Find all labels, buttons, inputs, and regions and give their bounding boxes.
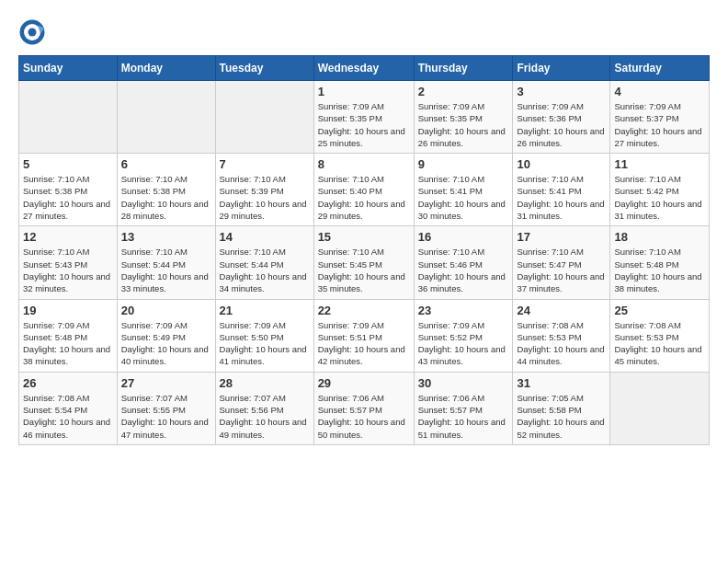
day-info: Sunrise: 7:10 AMSunset: 5:46 PMDaylight:… [418,246,509,294]
calendar-cell: 8Sunrise: 7:10 AMSunset: 5:40 PMDaylight… [313,154,414,226]
weekday-header-tuesday: Tuesday [215,56,313,81]
day-number: 29 [318,376,410,390]
day-info: Sunrise: 7:08 AMSunset: 5:53 PMDaylight:… [517,319,606,368]
calendar-cell: 25Sunrise: 7:08 AMSunset: 5:53 PMDayligh… [610,299,710,372]
calendar-cell: 14Sunrise: 7:10 AMSunset: 5:44 PMDayligh… [215,226,313,299]
day-info: Sunrise: 7:09 AMSunset: 5:50 PMDaylight:… [220,319,310,368]
day-number: 31 [517,376,606,390]
day-number: 5 [23,157,113,171]
calendar-cell: 18Sunrise: 7:10 AMSunset: 5:48 PMDayligh… [610,226,710,299]
calendar-cell: 26Sunrise: 7:08 AMSunset: 5:54 PMDayligh… [19,372,118,444]
day-info: Sunrise: 7:05 AMSunset: 5:58 PMDaylight:… [517,392,606,441]
day-number: 12 [23,230,113,244]
day-info: Sunrise: 7:10 AMSunset: 5:42 PMDaylight:… [614,173,705,222]
calendar-week-4: 19Sunrise: 7:09 AMSunset: 5:48 PMDayligh… [19,299,710,372]
calendar-cell [19,81,118,154]
calendar-cell: 29Sunrise: 7:06 AMSunset: 5:57 PMDayligh… [313,372,414,444]
calendar-cell: 31Sunrise: 7:05 AMSunset: 5:58 PMDayligh… [513,372,610,444]
calendar-cell: 15Sunrise: 7:10 AMSunset: 5:45 PMDayligh… [313,226,414,299]
day-info: Sunrise: 7:06 AMSunset: 5:57 PMDaylight:… [318,392,410,441]
day-number: 15 [318,230,410,244]
weekday-header-monday: Monday [117,56,215,81]
day-number: 6 [121,157,211,171]
calendar-cell: 22Sunrise: 7:09 AMSunset: 5:51 PMDayligh… [313,299,414,372]
calendar-cell: 21Sunrise: 7:09 AMSunset: 5:50 PMDayligh… [215,299,313,372]
calendar-cell: 27Sunrise: 7:07 AMSunset: 5:55 PMDayligh… [117,372,215,444]
logo-icon [18,18,46,46]
day-number: 24 [517,304,606,317]
day-info: Sunrise: 7:10 AMSunset: 5:38 PMDaylight:… [23,173,113,222]
day-info: Sunrise: 7:10 AMSunset: 5:41 PMDaylight:… [517,173,606,222]
day-number: 17 [517,230,606,244]
day-number: 26 [23,376,113,390]
calendar-cell: 23Sunrise: 7:09 AMSunset: 5:52 PMDayligh… [414,299,513,372]
calendar-cell: 3Sunrise: 7:09 AMSunset: 5:36 PMDaylight… [513,81,610,154]
page-header [18,18,710,46]
day-info: Sunrise: 7:10 AMSunset: 5:41 PMDaylight:… [418,173,509,222]
day-info: Sunrise: 7:09 AMSunset: 5:51 PMDaylight:… [318,319,410,368]
day-info: Sunrise: 7:09 AMSunset: 5:37 PMDaylight:… [614,100,705,149]
svg-point-2 [28,29,37,37]
day-info: Sunrise: 7:10 AMSunset: 5:44 PMDaylight:… [220,246,310,294]
weekday-header-friday: Friday [513,56,610,81]
calendar-cell: 13Sunrise: 7:10 AMSunset: 5:44 PMDayligh… [117,226,215,299]
day-number: 4 [614,85,705,98]
day-info: Sunrise: 7:10 AMSunset: 5:40 PMDaylight:… [318,173,410,222]
day-number: 7 [220,157,310,171]
calendar-cell: 28Sunrise: 7:07 AMSunset: 5:56 PMDayligh… [215,372,313,444]
day-info: Sunrise: 7:07 AMSunset: 5:55 PMDaylight:… [121,392,211,441]
day-number: 16 [418,230,509,244]
calendar-cell: 1Sunrise: 7:09 AMSunset: 5:35 PMDaylight… [313,81,414,154]
day-info: Sunrise: 7:09 AMSunset: 5:49 PMDaylight:… [121,319,211,368]
calendar-cell: 11Sunrise: 7:10 AMSunset: 5:42 PMDayligh… [610,154,710,226]
calendar-week-3: 12Sunrise: 7:10 AMSunset: 5:43 PMDayligh… [19,226,710,299]
day-info: Sunrise: 7:10 AMSunset: 5:39 PMDaylight:… [220,173,310,222]
calendar-cell: 12Sunrise: 7:10 AMSunset: 5:43 PMDayligh… [19,226,118,299]
day-info: Sunrise: 7:09 AMSunset: 5:35 PMDaylight:… [318,100,410,149]
calendar-cell: 4Sunrise: 7:09 AMSunset: 5:37 PMDaylight… [610,81,710,154]
day-number: 11 [614,157,705,171]
day-number: 1 [318,85,410,98]
day-number: 10 [517,157,606,171]
calendar-cell [117,81,215,154]
day-info: Sunrise: 7:10 AMSunset: 5:45 PMDaylight:… [318,246,410,294]
logo [18,18,50,46]
day-number: 8 [318,157,410,171]
day-info: Sunrise: 7:10 AMSunset: 5:48 PMDaylight:… [614,246,705,294]
day-number: 3 [517,85,606,98]
day-info: Sunrise: 7:10 AMSunset: 5:47 PMDaylight:… [517,246,606,294]
weekday-header-saturday: Saturday [610,56,710,81]
day-number: 25 [614,304,705,317]
day-number: 23 [418,304,509,317]
day-number: 27 [121,376,211,390]
calendar-week-5: 26Sunrise: 7:08 AMSunset: 5:54 PMDayligh… [19,372,710,444]
calendar-cell: 7Sunrise: 7:10 AMSunset: 5:39 PMDaylight… [215,154,313,226]
calendar-cell: 24Sunrise: 7:08 AMSunset: 5:53 PMDayligh… [513,299,610,372]
day-info: Sunrise: 7:07 AMSunset: 5:56 PMDaylight:… [220,392,310,441]
calendar-cell [610,372,710,444]
day-number: 21 [220,304,310,317]
weekday-header-wednesday: Wednesday [313,56,414,81]
day-number: 28 [220,376,310,390]
calendar-cell: 6Sunrise: 7:10 AMSunset: 5:38 PMDaylight… [117,154,215,226]
calendar-cell: 17Sunrise: 7:10 AMSunset: 5:47 PMDayligh… [513,226,610,299]
day-number: 30 [418,376,509,390]
calendar-week-2: 5Sunrise: 7:10 AMSunset: 5:38 PMDaylight… [19,154,710,226]
day-info: Sunrise: 7:09 AMSunset: 5:36 PMDaylight:… [517,100,606,149]
day-number: 22 [318,304,410,317]
calendar-cell: 5Sunrise: 7:10 AMSunset: 5:38 PMDaylight… [19,154,118,226]
day-number: 20 [121,304,211,317]
day-number: 13 [121,230,211,244]
calendar-cell: 2Sunrise: 7:09 AMSunset: 5:35 PMDaylight… [414,81,513,154]
day-number: 2 [418,85,509,98]
day-info: Sunrise: 7:10 AMSunset: 5:43 PMDaylight:… [23,246,113,294]
calendar-cell: 9Sunrise: 7:10 AMSunset: 5:41 PMDaylight… [414,154,513,226]
day-number: 14 [220,230,310,244]
calendar-cell: 10Sunrise: 7:10 AMSunset: 5:41 PMDayligh… [513,154,610,226]
calendar-cell: 16Sunrise: 7:10 AMSunset: 5:46 PMDayligh… [414,226,513,299]
calendar-cell: 20Sunrise: 7:09 AMSunset: 5:49 PMDayligh… [117,299,215,372]
day-info: Sunrise: 7:10 AMSunset: 5:38 PMDaylight:… [121,173,211,222]
day-info: Sunrise: 7:09 AMSunset: 5:48 PMDaylight:… [23,319,113,368]
day-info: Sunrise: 7:10 AMSunset: 5:44 PMDaylight:… [121,246,211,294]
calendar-cell: 19Sunrise: 7:09 AMSunset: 5:48 PMDayligh… [19,299,118,372]
